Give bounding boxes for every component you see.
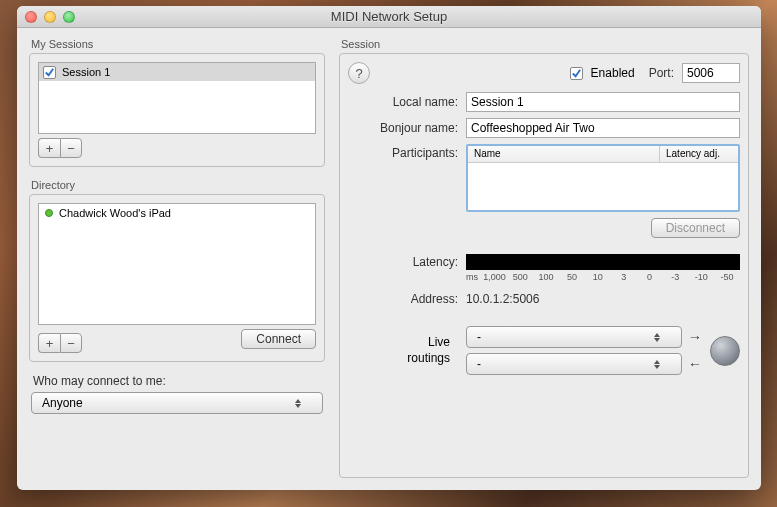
- local-name-label: Local name:: [348, 95, 466, 109]
- add-directory-button[interactable]: +: [38, 333, 60, 353]
- session-checkbox[interactable]: [43, 66, 56, 79]
- disconnect-button[interactable]: Disconnect: [651, 218, 740, 238]
- connect-button[interactable]: Connect: [241, 329, 316, 349]
- chevron-updown-icon: [653, 360, 661, 369]
- help-button[interactable]: ?: [348, 62, 370, 84]
- participants-col-name: Name: [468, 146, 660, 162]
- arrow-right-icon: →: [688, 329, 702, 345]
- enabled-label: Enabled: [591, 66, 635, 80]
- latency-bar: [466, 254, 740, 270]
- window-title: MIDI Network Setup: [17, 9, 761, 24]
- directory-group: Chadwick Wood's iPad + − Connect: [29, 194, 325, 362]
- address-value: 10.0.1.2:5006: [466, 292, 539, 306]
- participants-header: Name Latency adj.: [468, 146, 738, 163]
- directory-plus-minus: + −: [38, 333, 82, 353]
- port-label: Port:: [649, 66, 674, 80]
- who-may-connect-value: Anyone: [42, 396, 83, 410]
- bonjour-name-input[interactable]: [466, 118, 740, 138]
- who-may-connect-label: Who may connect to me:: [29, 374, 325, 388]
- sessions-plus-minus: + −: [38, 138, 316, 158]
- remove-session-button[interactable]: −: [60, 138, 82, 158]
- session-group-label: Session: [339, 38, 749, 50]
- latency-label: Latency:: [348, 255, 466, 269]
- live-routings-label: Liveroutings: [348, 335, 458, 366]
- live-routing-in-select[interactable]: -: [466, 353, 682, 375]
- left-column: My Sessions Session 1 + − Directory: [29, 38, 325, 478]
- latency-scale: ms 1,000 500 100 50 10 3 0 -3 -10 -50: [466, 272, 740, 282]
- content: My Sessions Session 1 + − Directory: [17, 28, 761, 490]
- participants-label: Participants:: [348, 144, 466, 160]
- sessions-list[interactable]: Session 1: [38, 62, 316, 134]
- directory-label: Directory: [29, 179, 325, 191]
- participants-table[interactable]: Name Latency adj.: [466, 144, 740, 212]
- directory-list[interactable]: Chadwick Wood's iPad: [38, 203, 316, 325]
- online-status-icon: [45, 209, 53, 217]
- close-icon[interactable]: [25, 11, 37, 23]
- traffic-lights: [25, 11, 75, 23]
- bonjour-name-label: Bonjour name:: [348, 121, 466, 135]
- my-sessions-group: Session 1 + −: [29, 53, 325, 167]
- my-sessions-label: My Sessions: [29, 38, 325, 50]
- directory-row[interactable]: Chadwick Wood's iPad: [39, 204, 315, 222]
- right-column: Session ? Enabled Port: Local name:: [339, 38, 749, 478]
- local-name-input[interactable]: [466, 92, 740, 112]
- address-label: Address:: [348, 292, 466, 306]
- chevron-updown-icon: [294, 399, 302, 408]
- session-name: Session 1: [62, 66, 110, 78]
- window: MIDI Network Setup My Sessions Session 1…: [17, 6, 761, 490]
- session-group: ? Enabled Port: Local name: Bonjour name…: [339, 53, 749, 478]
- session-row[interactable]: Session 1: [39, 63, 315, 81]
- add-session-button[interactable]: +: [38, 138, 60, 158]
- port-input[interactable]: [682, 63, 740, 83]
- participants-col-latency: Latency adj.: [660, 146, 738, 162]
- remove-directory-button[interactable]: −: [60, 333, 82, 353]
- titlebar: MIDI Network Setup: [17, 6, 761, 28]
- arrow-left-icon: ←: [688, 356, 702, 372]
- live-routing-out-select[interactable]: -: [466, 326, 682, 348]
- chevron-updown-icon: [653, 333, 661, 342]
- zoom-icon[interactable]: [63, 11, 75, 23]
- minimize-icon[interactable]: [44, 11, 56, 23]
- globe-icon: [710, 336, 740, 366]
- who-may-connect-select[interactable]: Anyone: [31, 392, 323, 414]
- directory-item-name: Chadwick Wood's iPad: [59, 207, 171, 219]
- enabled-checkbox[interactable]: [570, 67, 583, 80]
